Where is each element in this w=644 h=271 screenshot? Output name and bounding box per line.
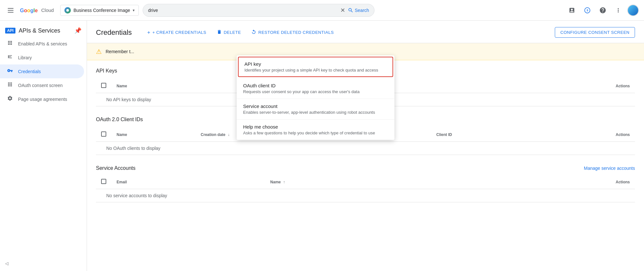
plus-icon: + (147, 30, 150, 35)
page-header: Credentials + + CREATE CREDENTIALS DELET… (87, 21, 644, 43)
table-row: No OAuth clients to display (96, 142, 635, 155)
search-button[interactable]: Search (348, 7, 369, 13)
sidebar-item-credentials[interactable]: Credentials (0, 64, 84, 78)
notifications-btn[interactable]: 3 (581, 4, 594, 17)
delete-label: DELETE (224, 30, 241, 35)
service-select-all-checkbox[interactable] (101, 179, 106, 184)
search-bar: ✕ Search (143, 4, 374, 17)
sidebar-item-label-enabled-apis: Enabled APIs & services (18, 41, 67, 46)
sidebar-header: API APIs & Services 📌 (0, 23, 87, 37)
dropdown-item-help-choose[interactable]: Help me choose Asks a few questions to h… (237, 120, 394, 140)
service-name-header: Name ↑ (265, 175, 452, 189)
app-body: API APIs & Services 📌 Enabled APIs & ser… (0, 21, 644, 271)
table-row: No service accounts to display (96, 189, 635, 202)
api-key-option-title: API key (244, 61, 387, 67)
api-keys-select-all-checkbox[interactable] (101, 83, 106, 88)
configure-consent-label: CONFIGURE CONSENT SCREEN (560, 30, 630, 35)
nav-right: 3 (565, 4, 639, 17)
dropdown-item-service-account[interactable]: Service account Enables server-to-server… (237, 99, 394, 120)
service-account-option-title: Service account (243, 103, 388, 109)
warning-text: Remember t... (106, 49, 134, 54)
oauth-consent-icon (6, 82, 14, 89)
create-credentials-button[interactable]: + + CREATE CREDENTIALS (145, 28, 209, 37)
configure-consent-button[interactable]: CONFIGURE CONSENT SCREEN (555, 27, 635, 38)
oauth-select-all-checkbox[interactable] (101, 131, 106, 137)
project-chevron-icon: ▾ (133, 8, 135, 13)
oauth-client-option-desc: Requests user consent so your app can ac… (243, 89, 388, 94)
api-keys-name-header: Name (111, 79, 251, 93)
create-credentials-dropdown: API key Identifies your project using a … (237, 55, 394, 140)
sidebar-pin-icon[interactable]: 📌 (74, 27, 81, 34)
top-nav: Google Cloud Business Conference Image ▾… (0, 0, 644, 21)
restore-button[interactable]: RESTORE DELETED CREDENTIALS (249, 27, 336, 37)
sidebar-item-label-library: Library (18, 55, 32, 60)
restore-icon (251, 29, 256, 35)
enabled-apis-icon (6, 40, 14, 47)
project-dot (64, 7, 71, 14)
credentials-icon (6, 68, 14, 75)
svg-text:3: 3 (586, 9, 588, 12)
project-selector[interactable]: Business Conference Image ▾ (60, 5, 139, 16)
sidebar-item-label-oauth-consent: OAuth consent screen (18, 83, 63, 88)
delete-button[interactable]: DELETE (214, 27, 244, 37)
api-keys-empty: No API keys to display (101, 92, 156, 107)
api-keys-actions-header: Actions (470, 79, 635, 93)
search-label: Search (355, 8, 369, 13)
page-title: Credentials (96, 28, 132, 37)
sidebar-item-label-page-usage: Page usage agreements (18, 97, 67, 102)
create-credentials-label: + CREATE CREDENTIALS (152, 30, 206, 35)
library-icon (6, 54, 14, 61)
restore-label: RESTORE DELETED CREDENTIALS (258, 30, 334, 35)
oauth-name-header: Name (111, 128, 195, 142)
oauth-client-id-header: Client ID (431, 128, 536, 142)
sort-arrow-icon: ↓ (228, 132, 230, 137)
service-accounts-title: Service Accounts (96, 165, 136, 171)
service-accounts-header-row: Service Accounts Manage service accounts (96, 165, 635, 171)
sidebar-title: APIs & Services (19, 27, 60, 34)
dropdown-item-oauth-client[interactable]: OAuth client ID Requests user consent so… (237, 78, 394, 99)
search-input[interactable] (148, 8, 340, 13)
collapse-icon: ◁ (5, 261, 8, 266)
api-key-option-desc: Identifies your project using a simple A… (244, 68, 387, 73)
warning-icon: ⚠ (96, 48, 102, 55)
cloud-text: Cloud (41, 7, 54, 13)
sidebar-item-page-usage[interactable]: Page usage agreements (0, 92, 84, 106)
help-choose-option-title: Help me choose (243, 124, 388, 130)
user-avatar[interactable] (627, 5, 639, 16)
service-accounts-section: Service Accounts Manage service accounts… (96, 165, 635, 202)
header-actions: + + CREATE CREDENTIALS DELETE RESTORE DE… (145, 27, 336, 37)
sidebar-item-enabled-apis[interactable]: Enabled APIs & services (0, 37, 84, 51)
page-usage-icon (6, 95, 14, 103)
main-content: Credentials + + CREATE CREDENTIALS DELET… (87, 21, 644, 271)
svg-rect-2 (8, 12, 14, 13)
service-account-option-desc: Enables server-to-server, app-level auth… (243, 110, 388, 115)
service-empty: No service accounts to display (101, 188, 172, 203)
dropdown-item-api-key[interactable]: API key Identifies your project using a … (238, 57, 393, 77)
help-choose-option-desc: Asks a few questions to help you decide … (243, 131, 388, 135)
sidebar-item-library[interactable]: Library (0, 51, 84, 64)
more-menu-icon[interactable] (612, 4, 625, 17)
project-name: Business Conference Image (73, 8, 130, 13)
oauth-client-option-title: OAuth client ID (243, 83, 388, 88)
svg-rect-0 (8, 8, 14, 9)
api-badge: API (5, 28, 15, 34)
help-icon-btn[interactable] (596, 4, 609, 17)
svg-text:Google: Google (20, 8, 38, 13)
manage-service-accounts-link[interactable]: Manage service accounts (584, 166, 635, 171)
code-icon-btn[interactable] (565, 4, 578, 17)
hamburger-icon[interactable] (5, 5, 16, 16)
oauth-actions-header: Actions (536, 128, 635, 142)
service-sort-arrow-icon: ↑ (283, 180, 285, 184)
sidebar-collapse-btn[interactable]: ◁ (0, 256, 87, 271)
sidebar-item-label-credentials: Credentials (18, 69, 41, 74)
service-accounts-table: Email Name ↑ Actions No service accounts… (96, 175, 635, 202)
service-email-header: Email (111, 175, 265, 189)
svg-rect-1 (8, 10, 14, 11)
sidebar: API APIs & Services 📌 Enabled APIs & ser… (0, 21, 87, 271)
oauth-empty: No OAuth clients to display (101, 140, 166, 156)
google-cloud-logo: Google Cloud (20, 6, 54, 14)
service-actions-header: Actions (452, 175, 635, 189)
sidebar-item-oauth-consent[interactable]: OAuth consent screen (0, 78, 84, 92)
trash-icon (217, 29, 222, 35)
search-clear-icon[interactable]: ✕ (340, 7, 345, 14)
